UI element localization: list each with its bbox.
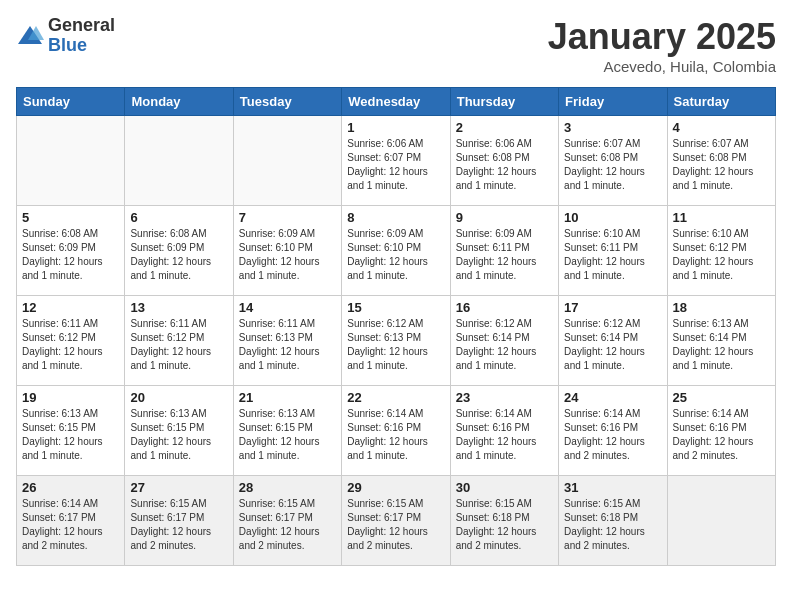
day-info: Sunrise: 6:12 AM Sunset: 6:14 PM Dayligh… — [456, 317, 553, 373]
day-info: Sunrise: 6:09 AM Sunset: 6:11 PM Dayligh… — [456, 227, 553, 283]
day-info: Sunrise: 6:14 AM Sunset: 6:16 PM Dayligh… — [347, 407, 444, 463]
day-info: Sunrise: 6:08 AM Sunset: 6:09 PM Dayligh… — [130, 227, 227, 283]
day-info: Sunrise: 6:15 AM Sunset: 6:17 PM Dayligh… — [239, 497, 336, 553]
day-info: Sunrise: 6:09 AM Sunset: 6:10 PM Dayligh… — [239, 227, 336, 283]
day-number: 21 — [239, 390, 336, 405]
calendar-title: January 2025 — [548, 16, 776, 58]
calendar-cell: 24Sunrise: 6:14 AM Sunset: 6:16 PM Dayli… — [559, 386, 667, 476]
header-sunday: Sunday — [17, 88, 125, 116]
calendar-cell: 29Sunrise: 6:15 AM Sunset: 6:17 PM Dayli… — [342, 476, 450, 566]
day-number: 28 — [239, 480, 336, 495]
logo-icon — [16, 22, 44, 50]
day-number: 26 — [22, 480, 119, 495]
day-number: 10 — [564, 210, 661, 225]
calendar-cell: 15Sunrise: 6:12 AM Sunset: 6:13 PM Dayli… — [342, 296, 450, 386]
calendar-cell: 8Sunrise: 6:09 AM Sunset: 6:10 PM Daylig… — [342, 206, 450, 296]
day-info: Sunrise: 6:14 AM Sunset: 6:17 PM Dayligh… — [22, 497, 119, 553]
day-number: 24 — [564, 390, 661, 405]
header: General Blue January 2025 Acevedo, Huila… — [16, 16, 776, 75]
logo-general: General — [48, 16, 115, 36]
logo-text: General Blue — [48, 16, 115, 56]
calendar-cell: 21Sunrise: 6:13 AM Sunset: 6:15 PM Dayli… — [233, 386, 341, 476]
day-info: Sunrise: 6:11 AM Sunset: 6:12 PM Dayligh… — [22, 317, 119, 373]
calendar-cell — [667, 476, 775, 566]
calendar-cell: 12Sunrise: 6:11 AM Sunset: 6:12 PM Dayli… — [17, 296, 125, 386]
day-number: 22 — [347, 390, 444, 405]
header-row: Sunday Monday Tuesday Wednesday Thursday… — [17, 88, 776, 116]
day-info: Sunrise: 6:10 AM Sunset: 6:12 PM Dayligh… — [673, 227, 770, 283]
calendar-cell: 18Sunrise: 6:13 AM Sunset: 6:14 PM Dayli… — [667, 296, 775, 386]
day-info: Sunrise: 6:14 AM Sunset: 6:16 PM Dayligh… — [673, 407, 770, 463]
day-info: Sunrise: 6:06 AM Sunset: 6:07 PM Dayligh… — [347, 137, 444, 193]
header-friday: Friday — [559, 88, 667, 116]
day-number: 9 — [456, 210, 553, 225]
calendar-cell: 19Sunrise: 6:13 AM Sunset: 6:15 PM Dayli… — [17, 386, 125, 476]
calendar-cell: 6Sunrise: 6:08 AM Sunset: 6:09 PM Daylig… — [125, 206, 233, 296]
calendar-week-1: 1Sunrise: 6:06 AM Sunset: 6:07 PM Daylig… — [17, 116, 776, 206]
header-thursday: Thursday — [450, 88, 558, 116]
day-number: 18 — [673, 300, 770, 315]
calendar-cell: 7Sunrise: 6:09 AM Sunset: 6:10 PM Daylig… — [233, 206, 341, 296]
calendar-body: 1Sunrise: 6:06 AM Sunset: 6:07 PM Daylig… — [17, 116, 776, 566]
calendar-table: Sunday Monday Tuesday Wednesday Thursday… — [16, 87, 776, 566]
calendar-week-2: 5Sunrise: 6:08 AM Sunset: 6:09 PM Daylig… — [17, 206, 776, 296]
logo: General Blue — [16, 16, 115, 56]
day-info: Sunrise: 6:13 AM Sunset: 6:14 PM Dayligh… — [673, 317, 770, 373]
day-number: 29 — [347, 480, 444, 495]
calendar-week-4: 19Sunrise: 6:13 AM Sunset: 6:15 PM Dayli… — [17, 386, 776, 476]
header-monday: Monday — [125, 88, 233, 116]
day-info: Sunrise: 6:14 AM Sunset: 6:16 PM Dayligh… — [456, 407, 553, 463]
day-number: 13 — [130, 300, 227, 315]
day-number: 3 — [564, 120, 661, 135]
day-info: Sunrise: 6:11 AM Sunset: 6:13 PM Dayligh… — [239, 317, 336, 373]
calendar-week-5: 26Sunrise: 6:14 AM Sunset: 6:17 PM Dayli… — [17, 476, 776, 566]
day-info: Sunrise: 6:15 AM Sunset: 6:17 PM Dayligh… — [130, 497, 227, 553]
day-info: Sunrise: 6:07 AM Sunset: 6:08 PM Dayligh… — [673, 137, 770, 193]
day-number: 11 — [673, 210, 770, 225]
day-info: Sunrise: 6:15 AM Sunset: 6:18 PM Dayligh… — [564, 497, 661, 553]
day-number: 1 — [347, 120, 444, 135]
calendar-cell: 16Sunrise: 6:12 AM Sunset: 6:14 PM Dayli… — [450, 296, 558, 386]
day-info: Sunrise: 6:12 AM Sunset: 6:13 PM Dayligh… — [347, 317, 444, 373]
calendar-cell: 9Sunrise: 6:09 AM Sunset: 6:11 PM Daylig… — [450, 206, 558, 296]
day-number: 6 — [130, 210, 227, 225]
logo-blue: Blue — [48, 36, 115, 56]
calendar-cell: 5Sunrise: 6:08 AM Sunset: 6:09 PM Daylig… — [17, 206, 125, 296]
calendar-cell: 13Sunrise: 6:11 AM Sunset: 6:12 PM Dayli… — [125, 296, 233, 386]
calendar-subtitle: Acevedo, Huila, Colombia — [548, 58, 776, 75]
day-number: 7 — [239, 210, 336, 225]
day-number: 14 — [239, 300, 336, 315]
calendar-cell: 23Sunrise: 6:14 AM Sunset: 6:16 PM Dayli… — [450, 386, 558, 476]
day-info: Sunrise: 6:15 AM Sunset: 6:18 PM Dayligh… — [456, 497, 553, 553]
day-number: 15 — [347, 300, 444, 315]
calendar-cell: 11Sunrise: 6:10 AM Sunset: 6:12 PM Dayli… — [667, 206, 775, 296]
calendar-cell: 28Sunrise: 6:15 AM Sunset: 6:17 PM Dayli… — [233, 476, 341, 566]
day-info: Sunrise: 6:09 AM Sunset: 6:10 PM Dayligh… — [347, 227, 444, 283]
calendar-header: Sunday Monday Tuesday Wednesday Thursday… — [17, 88, 776, 116]
day-number: 25 — [673, 390, 770, 405]
day-info: Sunrise: 6:14 AM Sunset: 6:16 PM Dayligh… — [564, 407, 661, 463]
day-info: Sunrise: 6:08 AM Sunset: 6:09 PM Dayligh… — [22, 227, 119, 283]
title-section: January 2025 Acevedo, Huila, Colombia — [548, 16, 776, 75]
day-info: Sunrise: 6:11 AM Sunset: 6:12 PM Dayligh… — [130, 317, 227, 373]
day-info: Sunrise: 6:07 AM Sunset: 6:08 PM Dayligh… — [564, 137, 661, 193]
calendar-cell: 14Sunrise: 6:11 AM Sunset: 6:13 PM Dayli… — [233, 296, 341, 386]
calendar-cell: 3Sunrise: 6:07 AM Sunset: 6:08 PM Daylig… — [559, 116, 667, 206]
day-number: 16 — [456, 300, 553, 315]
day-number: 4 — [673, 120, 770, 135]
calendar-cell: 4Sunrise: 6:07 AM Sunset: 6:08 PM Daylig… — [667, 116, 775, 206]
day-info: Sunrise: 6:13 AM Sunset: 6:15 PM Dayligh… — [239, 407, 336, 463]
day-info: Sunrise: 6:10 AM Sunset: 6:11 PM Dayligh… — [564, 227, 661, 283]
calendar-cell: 20Sunrise: 6:13 AM Sunset: 6:15 PM Dayli… — [125, 386, 233, 476]
calendar-cell — [17, 116, 125, 206]
day-info: Sunrise: 6:12 AM Sunset: 6:14 PM Dayligh… — [564, 317, 661, 373]
day-number: 19 — [22, 390, 119, 405]
calendar-cell: 26Sunrise: 6:14 AM Sunset: 6:17 PM Dayli… — [17, 476, 125, 566]
day-info: Sunrise: 6:13 AM Sunset: 6:15 PM Dayligh… — [22, 407, 119, 463]
header-tuesday: Tuesday — [233, 88, 341, 116]
calendar-cell — [125, 116, 233, 206]
calendar-cell — [233, 116, 341, 206]
day-number: 20 — [130, 390, 227, 405]
calendar-cell: 22Sunrise: 6:14 AM Sunset: 6:16 PM Dayli… — [342, 386, 450, 476]
day-number: 17 — [564, 300, 661, 315]
